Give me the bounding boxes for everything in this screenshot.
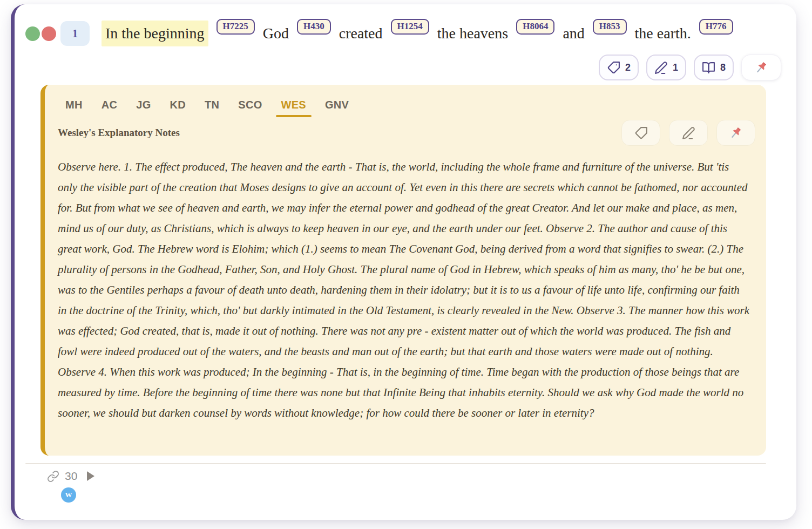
pen-icon xyxy=(682,126,695,140)
link-icon xyxy=(47,470,59,483)
footer-divider xyxy=(25,463,766,464)
verse-segment: the earth. H776 xyxy=(635,25,733,42)
verse-word[interactable]: God xyxy=(263,25,289,42)
tab-tn[interactable]: TN xyxy=(199,97,225,118)
verse-word[interactable]: created xyxy=(339,25,383,42)
green-dot-icon[interactable] xyxy=(25,26,40,41)
verse-segment: God H430 xyxy=(263,25,331,42)
play-icon[interactable] xyxy=(87,471,94,481)
verse-text: In the beginning H7225 God H430 created … xyxy=(102,21,733,46)
tags-count: 2 xyxy=(625,62,631,73)
book-open-icon xyxy=(702,61,715,74)
verse-word-highlighted[interactable]: In the beginning xyxy=(102,21,208,46)
strongs-badge[interactable]: H1254 xyxy=(391,19,429,35)
status-dots xyxy=(25,26,56,41)
strongs-badge[interactable]: H8064 xyxy=(516,19,554,35)
tag-icon xyxy=(634,126,648,140)
tab-jg[interactable]: JG xyxy=(131,97,156,118)
commentary-body: Observe here. 1. The effect produced, Th… xyxy=(58,157,751,423)
tab-wes[interactable]: WES xyxy=(276,97,312,118)
annotations-button[interactable]: 1 xyxy=(646,55,686,80)
tab-kd[interactable]: KD xyxy=(165,97,192,118)
pushpin-icon xyxy=(754,60,769,75)
red-dot-icon[interactable] xyxy=(42,26,56,41)
verse-word[interactable]: the earth. xyxy=(635,25,691,42)
tags-button[interactable]: 2 xyxy=(599,55,639,80)
tag-icon xyxy=(607,61,620,74)
verse-toolbar: 2 1 8 xyxy=(25,55,781,80)
verse-segment: created H1254 xyxy=(339,25,429,42)
pin-button[interactable] xyxy=(741,55,781,80)
verse-segment: In the beginning H7225 xyxy=(102,21,255,46)
strongs-badge[interactable]: H853 xyxy=(593,19,627,35)
tab-ac[interactable]: AC xyxy=(96,97,123,118)
references-button[interactable]: 8 xyxy=(694,55,734,80)
commentary-tag-button[interactable] xyxy=(621,120,660,146)
annotations-count: 1 xyxy=(673,62,678,73)
verse-segment: and H853 xyxy=(563,25,626,42)
verse-number[interactable]: 1 xyxy=(60,21,90,46)
references-count: 8 xyxy=(720,62,726,73)
pushpin-icon xyxy=(728,125,743,140)
commentary-actions xyxy=(621,120,755,146)
commentary-pen-button[interactable] xyxy=(669,120,708,146)
tab-sco[interactable]: SCO xyxy=(233,97,267,118)
commentary-tabs: MH AC JG KD TN SCO WES GNV xyxy=(60,97,755,118)
strongs-badge[interactable]: H430 xyxy=(297,19,331,35)
commentary-header: Wesley's Explanatory Notes xyxy=(53,120,755,146)
tab-mh[interactable]: MH xyxy=(60,97,88,118)
verse-word[interactable]: and xyxy=(563,25,584,42)
cross-references-row[interactable]: 30 xyxy=(47,470,781,483)
wikipedia-avatar[interactable]: W xyxy=(61,487,76,503)
tab-gnv[interactable]: GNV xyxy=(320,97,354,118)
pen-icon xyxy=(654,61,668,74)
footer: 30 W xyxy=(47,470,781,503)
strongs-badge[interactable]: H7225 xyxy=(216,19,255,35)
commentary-panel: MH AC JG KD TN SCO WES GNV Wesley's Expl… xyxy=(40,85,766,456)
commentary-source-title: Wesley's Explanatory Notes xyxy=(58,127,180,139)
strongs-badge[interactable]: H776 xyxy=(699,19,733,35)
commentary-pin-button[interactable] xyxy=(716,120,755,146)
verse-segment: the heavens H8064 xyxy=(437,25,555,42)
verse-card: 1 In the beginning H7225 God H430 create… xyxy=(11,4,796,520)
verse-word[interactable]: the heavens xyxy=(437,25,508,42)
verse-row: 1 In the beginning H7225 God H430 create… xyxy=(25,21,781,46)
links-count: 30 xyxy=(65,470,77,483)
